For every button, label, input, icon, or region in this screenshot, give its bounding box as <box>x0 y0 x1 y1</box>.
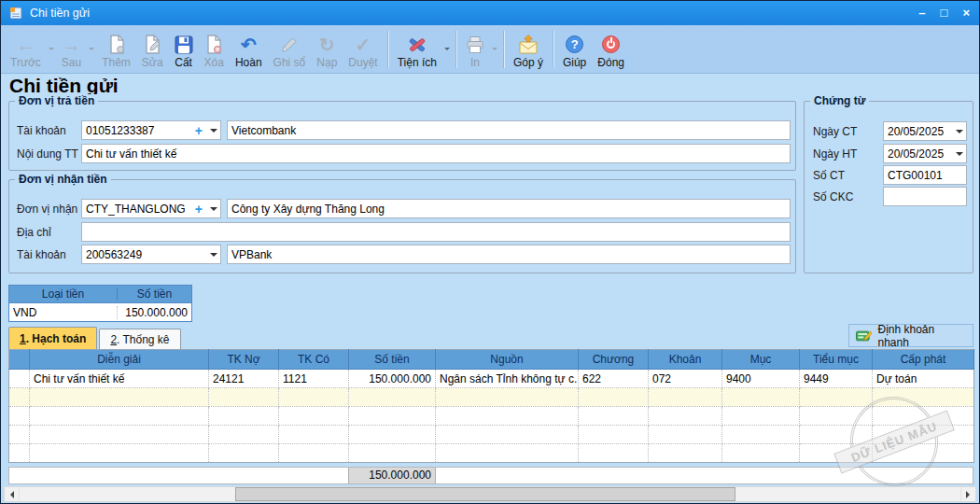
grid-cell[interactable] <box>349 388 436 407</box>
tab-hach-toan[interactable]: 1. Hạch toán <box>8 327 97 349</box>
posting-date-picker[interactable]: 20/05/2025 <box>883 144 967 163</box>
grid-cell[interactable] <box>436 426 579 444</box>
grid-cell[interactable] <box>209 426 279 444</box>
grid-cell[interactable] <box>279 444 349 463</box>
col-chuong[interactable]: Chương <box>579 350 649 370</box>
add-icon[interactable]: + <box>195 123 206 138</box>
col-muc[interactable]: Mục <box>722 350 800 370</box>
prev-dropdown[interactable] <box>47 27 56 72</box>
scroll-right-arrow[interactable] <box>960 487 975 501</box>
row-indicator[interactable] <box>9 370 30 388</box>
grid-cell[interactable] <box>722 426 800 444</box>
edit-button[interactable]: Sửa <box>136 27 169 72</box>
maximize-button[interactable]: □ <box>941 1 948 25</box>
print-button[interactable]: In <box>460 27 490 72</box>
grid-cell[interactable] <box>800 444 873 463</box>
doc-number-field[interactable] <box>883 165 967 185</box>
save-button[interactable]: Cất <box>169 27 199 72</box>
grid-cell[interactable] <box>9 388 30 407</box>
grid-cell[interactable] <box>436 388 579 407</box>
cell-tk-no[interactable]: 24121 <box>209 370 279 388</box>
col-cap-phat[interactable]: Cấp phát <box>873 350 974 370</box>
utilities-button[interactable]: Tiện ích <box>392 27 442 72</box>
grid-cell[interactable] <box>579 388 649 407</box>
chevron-down-icon[interactable] <box>206 200 220 217</box>
cell-dien-giai[interactable]: Chi tư vấn thiết kế <box>30 370 209 388</box>
grid-cell[interactable] <box>30 444 209 463</box>
grid-cell[interactable] <box>279 426 349 444</box>
receiver-name-field[interactable] <box>227 199 791 218</box>
grid-cell[interactable] <box>722 444 800 463</box>
cell-tk-co[interactable]: 1121 <box>279 370 349 388</box>
grid-cell[interactable] <box>279 388 349 407</box>
close-button[interactable]: × <box>962 1 970 25</box>
grid-cell[interactable] <box>800 407 873 426</box>
delete-button[interactable]: Xóa <box>199 27 230 72</box>
cell-tieu-muc[interactable]: 9449 <box>800 370 873 388</box>
next-dropdown[interactable] <box>87 27 96 72</box>
grid-cell[interactable] <box>722 388 800 407</box>
chevron-down-icon[interactable] <box>952 122 966 140</box>
receiver-bank-field[interactable] <box>227 245 791 264</box>
add-button[interactable]: Thêm <box>96 27 136 72</box>
grid-cell[interactable] <box>30 426 209 444</box>
col-tk-co[interactable]: TK Có <box>279 350 349 370</box>
grid-cell[interactable] <box>209 444 279 463</box>
cell-muc[interactable]: 9400 <box>722 370 800 388</box>
grid-cell[interactable] <box>349 444 436 463</box>
prev-button[interactable]: ← Trước <box>5 27 47 72</box>
grid-cell[interactable] <box>579 407 649 426</box>
cell-so-tien[interactable]: 150.000.000 <box>349 370 436 388</box>
grid-cell[interactable] <box>873 388 974 407</box>
grid-cell[interactable] <box>873 407 974 426</box>
quick-entry-button[interactable]: Định khoản nhanh <box>848 324 973 347</box>
payer-account-combo[interactable]: 01051233387 + <box>81 120 221 140</box>
grid-cell[interactable] <box>873 426 974 444</box>
grid-cell[interactable] <box>349 407 436 426</box>
payer-memo-field[interactable] <box>81 144 791 163</box>
reload-button[interactable]: ↻ Nạp <box>311 27 343 72</box>
grid-cell[interactable] <box>9 426 30 444</box>
close-form-button[interactable]: Đóng <box>592 27 630 72</box>
utilities-dropdown[interactable] <box>442 27 452 72</box>
grid-cell[interactable] <box>579 444 649 463</box>
grid-cell[interactable] <box>649 444 722 463</box>
scroll-left-arrow[interactable] <box>5 487 20 501</box>
grid-cell[interactable] <box>436 444 579 463</box>
grid-cell[interactable] <box>722 407 800 426</box>
grid-cell[interactable] <box>579 426 649 444</box>
cell-chuong[interactable]: 622 <box>579 370 649 388</box>
receiver-address-field[interactable] <box>81 222 791 242</box>
minimize-button[interactable]: – <box>918 1 925 25</box>
scrollbar-thumb[interactable] <box>235 487 735 501</box>
doc-date-picker[interactable]: 20/05/2025 <box>883 121 967 141</box>
print-dropdown[interactable] <box>490 27 499 72</box>
cell-khoan[interactable]: 072 <box>649 370 722 388</box>
col-nguon[interactable]: Nguồn <box>436 350 579 370</box>
feedback-button[interactable]: Góp ý <box>508 27 549 72</box>
grid-cell[interactable] <box>279 407 349 426</box>
grid-cell[interactable] <box>30 388 209 407</box>
grid-cell[interactable] <box>649 407 722 426</box>
grid-cell[interactable] <box>9 407 30 426</box>
chevron-down-icon[interactable] <box>206 121 220 139</box>
grid-cell[interactable] <box>436 407 579 426</box>
col-dien-giai[interactable]: Diễn giải <box>30 350 209 370</box>
col-so-tien[interactable]: Số tiền <box>349 350 436 370</box>
col-tk-no[interactable]: TK Nợ <box>209 350 279 370</box>
grid-cell[interactable] <box>873 444 974 463</box>
grid-cell[interactable] <box>30 407 209 426</box>
help-button[interactable]: ? Giúp <box>557 27 592 72</box>
grid-cell[interactable] <box>800 388 873 407</box>
col-khoan[interactable]: Khoản <box>649 350 722 370</box>
grid-cell[interactable] <box>649 426 722 444</box>
amount-value[interactable]: 150.000.000 <box>118 306 191 319</box>
grid-cell[interactable] <box>9 444 30 463</box>
grid-cell[interactable] <box>209 388 279 407</box>
ckc-number-field[interactable] <box>883 187 967 206</box>
add-icon[interactable]: + <box>195 202 206 217</box>
approve-button[interactable]: ✓ Duyệt <box>343 27 383 72</box>
tab-thong-ke[interactable]: 2. Thống kê <box>99 329 180 349</box>
currency-value[interactable]: VND <box>9 306 118 319</box>
grid-cell[interactable] <box>800 426 873 444</box>
